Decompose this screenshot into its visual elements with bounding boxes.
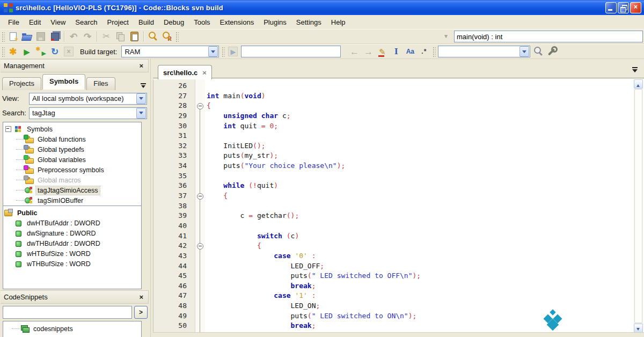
selected-text-only-button[interactable]: I [389, 45, 403, 58]
tree-expander-icon[interactable] [5, 126, 11, 132]
scroll-down-icon[interactable] [634, 324, 643, 333]
codesnippets-close-icon[interactable]: × [137, 293, 145, 301]
code-text[interactable]: InitLED(); [207, 142, 266, 150]
tab-overflow-icon[interactable] [140, 82, 148, 90]
save-all-button[interactable] [48, 30, 62, 43]
incremental-search-combo-arrow-icon[interactable] [519, 46, 529, 57]
member-item[interactable]: dwTHBufAddr : DWORD [4, 238, 140, 248]
code-text[interactable]: puts(" LED switched to ON\n"); [207, 312, 416, 320]
toolbar-gripper[interactable] [221, 46, 225, 57]
search-combo-arrow-icon[interactable] [136, 108, 146, 119]
code-text[interactable]: LED_OFF; [207, 262, 324, 270]
scrollbar-thumb[interactable] [634, 89, 642, 323]
open-file-button[interactable] [20, 30, 34, 43]
program-arguments-input[interactable] [241, 46, 341, 57]
incremental-search-button[interactable] [531, 45, 545, 58]
fold-collapse-icon[interactable] [197, 243, 203, 250]
code-text[interactable]: break; [207, 321, 316, 329]
toolbar-gripper[interactable] [432, 46, 436, 57]
find-button[interactable] [146, 30, 160, 43]
code-text[interactable]: case '1' : [207, 291, 316, 299]
member-item[interactable]: dwHTBufAddr : DWORD [4, 218, 140, 228]
member-item[interactable]: wTHBufSize : WORD [4, 259, 140, 269]
member-item[interactable]: wHTBufSize : WORD [4, 248, 140, 259]
new-file-button[interactable] [6, 30, 20, 43]
code-text[interactable]: case '0' : [207, 252, 316, 260]
code-text[interactable]: unsigned char c; [207, 112, 291, 120]
menu-extensions[interactable]: Extensions [215, 17, 259, 28]
symbol-tree-item[interactable]: Symbols [4, 124, 140, 134]
menu-edit[interactable]: Edit [24, 17, 46, 28]
view-combo[interactable]: All local symbols (workspace) [29, 93, 147, 105]
toolbar-gripper[interactable] [1, 46, 5, 57]
code-text[interactable]: { [207, 192, 228, 200]
tab-projects[interactable]: Projects [2, 77, 41, 90]
codesnippets-search-input[interactable] [3, 306, 132, 319]
scroll-up-icon[interactable] [634, 79, 643, 89]
minimize-button[interactable] [605, 2, 617, 13]
incremental-search-combo[interactable] [438, 46, 530, 57]
close-button[interactable]: × [630, 2, 641, 13]
tab-files[interactable]: Files [86, 77, 115, 90]
management-close-icon[interactable]: × [137, 62, 145, 70]
symbol-tree-item[interactable]: Global functions [4, 134, 140, 144]
menu-settings[interactable]: Settings [291, 17, 326, 28]
highlight-occurrences-button[interactable]: ✎ [375, 45, 389, 58]
code-editor[interactable]: 2627int main(void)28{29 unsigned char c;… [153, 79, 644, 333]
menu-search[interactable]: Search [70, 17, 102, 28]
codesnippets-go-button[interactable]: > [134, 306, 148, 319]
code-text[interactable]: int main(void) [207, 92, 266, 100]
member-item[interactable]: dwSignature : DWORD [4, 228, 140, 238]
symbol-search-combo[interactable]: tagJtag [29, 107, 147, 119]
code-text[interactable]: c = getchar(); [207, 211, 299, 219]
menu-build[interactable]: Build [134, 17, 159, 28]
code-text[interactable]: while (!quit) [207, 181, 278, 189]
symbol-tree-item[interactable]: Global typedefs [4, 144, 140, 155]
match-case-button[interactable]: Aa [403, 45, 417, 58]
symbol-tree-item[interactable]: Preprocessor symbols [4, 165, 140, 175]
rebuild-button[interactable]: ↻ [48, 45, 62, 58]
menu-project[interactable]: Project [103, 17, 134, 28]
open-files-list-icon[interactable] [631, 67, 640, 74]
menu-view[interactable]: View [46, 17, 70, 28]
code-text[interactable]: LED_ON; [207, 302, 320, 310]
snippet-tree-item[interactable]: codesnippets [3, 321, 141, 334]
paste-button[interactable] [127, 30, 141, 43]
run-button[interactable]: ▶ [20, 45, 34, 58]
compile-button[interactable]: ✱ [6, 45, 20, 58]
toolbar-gripper[interactable] [1, 31, 5, 42]
view-combo-arrow-icon[interactable] [136, 93, 146, 104]
fold-collapse-icon[interactable] [197, 193, 203, 200]
build-target-combo-arrow-icon[interactable] [208, 46, 218, 57]
toolbar-gripper[interactable] [175, 31, 179, 42]
symbol-tree-item[interactable]: tagSimIOBuffer [4, 195, 140, 206]
code-text[interactable]: puts("Your choice please\n"); [207, 162, 345, 170]
active-symbol-combo[interactable] [454, 31, 643, 42]
vertical-scrollbar[interactable] [634, 79, 643, 333]
build-target-combo[interactable]: RAM [121, 46, 219, 57]
symbol-tree-item[interactable]: tagJtagSimioAccess [4, 185, 140, 195]
menu-tools[interactable]: Tools [189, 17, 215, 28]
code-text[interactable]: puts(my_str); [207, 151, 278, 159]
menu-debug[interactable]: Debug [159, 17, 189, 28]
build-and-run-button[interactable] [34, 45, 48, 58]
code-text[interactable]: { [207, 101, 211, 109]
menu-file[interactable]: File [3, 17, 24, 28]
code-text[interactable]: int quit = 0; [207, 122, 278, 130]
code-text[interactable]: { [207, 241, 261, 250]
editor-tab[interactable]: src\hello.c × [158, 65, 212, 79]
symbol-tree-item[interactable]: Global macros [4, 175, 140, 185]
code-text[interactable]: break; [207, 282, 316, 290]
fold-collapse-icon[interactable] [197, 103, 203, 109]
symbol-tree-item[interactable]: Global variables [4, 155, 140, 165]
menu-help[interactable]: Help [326, 17, 350, 28]
replace-button[interactable]: R [160, 30, 174, 43]
menu-plugins[interactable]: Plugins [259, 17, 291, 28]
restore-button[interactable] [618, 2, 629, 13]
toolbar-options-wrench-button[interactable] [545, 45, 559, 58]
regex-button[interactable]: .* [417, 45, 431, 58]
code-text[interactable]: switch (c) [207, 232, 299, 240]
code-text[interactable]: puts(" LED switched to OFF\n"); [207, 272, 421, 280]
tab-symbols[interactable]: Symbols [42, 74, 85, 90]
editor-tab-close-icon[interactable]: × [202, 69, 207, 76]
